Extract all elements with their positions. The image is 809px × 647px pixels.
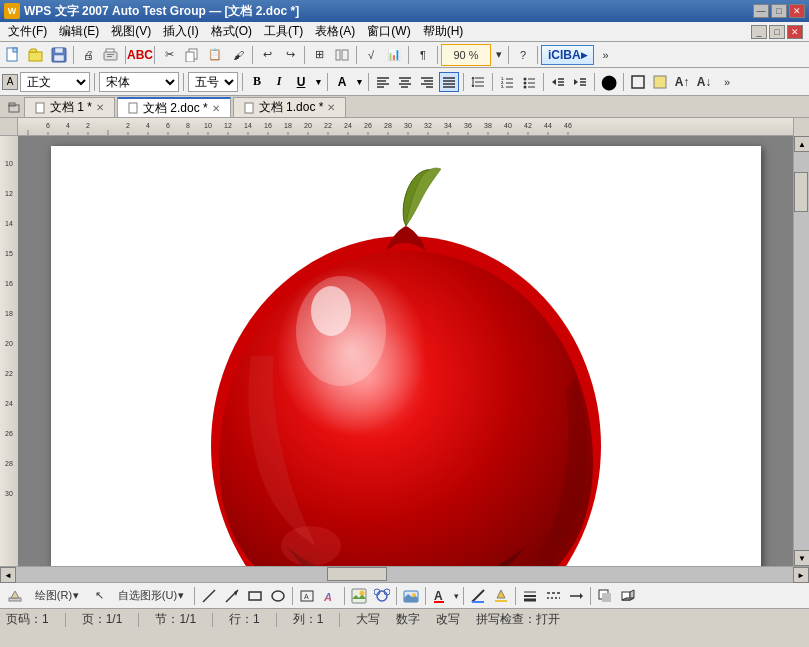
numbering-button[interactable]: 1.2.3.: [497, 72, 517, 92]
scroll-up-button[interactable]: ▲: [794, 136, 809, 152]
scroll-h-thumb[interactable]: [327, 567, 387, 581]
scroll-down-button[interactable]: ▼: [794, 550, 809, 566]
line-spacing-button[interactable]: [468, 72, 488, 92]
toolbar-more-fmt[interactable]: »: [716, 71, 738, 93]
highlight-button[interactable]: ⬤: [599, 72, 619, 92]
line-tool[interactable]: [198, 585, 220, 607]
ellipse-tool[interactable]: [267, 585, 289, 607]
font-color-draw-dropdown[interactable]: ▾: [452, 585, 460, 607]
underline-button[interactable]: U: [291, 72, 311, 92]
bold-button[interactable]: B: [247, 72, 267, 92]
open-button[interactable]: [25, 44, 47, 66]
menu-edit[interactable]: 编辑(E): [53, 21, 105, 42]
save-button[interactable]: [48, 44, 70, 66]
svg-text:26: 26: [5, 430, 13, 437]
scroll-left-button[interactable]: ◄: [0, 567, 16, 583]
undo-button[interactable]: ↩: [256, 44, 278, 66]
show-hide-button[interactable]: ¶: [412, 44, 434, 66]
fill-color-tool[interactable]: [490, 585, 512, 607]
maximize-button[interactable]: □: [771, 4, 787, 18]
scroll-right-button[interactable]: ►: [793, 567, 809, 583]
font-size-increase[interactable]: A↑: [672, 72, 692, 92]
line-style-tool[interactable]: [519, 585, 541, 607]
wordart-tool[interactable]: A: [319, 585, 341, 607]
toolbar-more[interactable]: »: [595, 44, 617, 66]
copy-button[interactable]: [181, 44, 203, 66]
print-preview-button[interactable]: [100, 44, 122, 66]
tab-doc3-close[interactable]: ✕: [327, 102, 335, 113]
tab-doc3[interactable]: 文档 1.doc * ✕: [233, 97, 347, 117]
textbox-tool[interactable]: A: [296, 585, 318, 607]
diagram-tool[interactable]: [371, 585, 393, 607]
paste-button[interactable]: 📋: [204, 44, 226, 66]
bullets-button[interactable]: [519, 72, 539, 92]
arrow-tool[interactable]: [221, 585, 243, 607]
decrease-indent-button[interactable]: [548, 72, 568, 92]
align-left-button[interactable]: [373, 72, 393, 92]
underline-dropdown[interactable]: ▾: [313, 72, 323, 92]
redo-button[interactable]: ↪: [279, 44, 301, 66]
tab-doc1-close[interactable]: ✕: [96, 102, 104, 113]
clip-art-tool[interactable]: [348, 585, 370, 607]
tab-doc2-active[interactable]: 文档 2.doc * ✕: [117, 97, 231, 117]
new-button[interactable]: [2, 44, 24, 66]
minimize-button[interactable]: —: [753, 4, 769, 18]
shadow-tool[interactable]: [594, 585, 616, 607]
table-button[interactable]: ⊞: [308, 44, 330, 66]
align-justify-button[interactable]: [439, 72, 459, 92]
format-painter-button[interactable]: 🖌: [227, 44, 249, 66]
font-color-dropdown[interactable]: ▾: [354, 72, 364, 92]
increase-indent-button[interactable]: [570, 72, 590, 92]
zoom-dropdown[interactable]: ▾: [493, 44, 505, 66]
menu-tools[interactable]: 工具(T): [258, 21, 309, 42]
app-max-button[interactable]: □: [769, 25, 785, 39]
menu-file[interactable]: 文件(F): [2, 21, 53, 42]
app-min-button[interactable]: _: [751, 25, 767, 39]
app-close-button[interactable]: ✕: [787, 25, 803, 39]
draw-dropdown[interactable]: 绘图(R)▾: [27, 585, 87, 607]
shading-button[interactable]: [650, 72, 670, 92]
rect-tool[interactable]: [244, 585, 266, 607]
menu-window[interactable]: 窗口(W): [361, 21, 416, 42]
document-area[interactable]: [18, 136, 793, 566]
font-size-decrease[interactable]: A↓: [694, 72, 714, 92]
tab-doc1-unsaved[interactable]: 文档 1 * ✕: [24, 97, 115, 117]
print-button[interactable]: 🖨: [77, 44, 99, 66]
insert-image-tool[interactable]: [400, 585, 422, 607]
3d-tool[interactable]: [617, 585, 639, 607]
style-select[interactable]: 正文: [20, 72, 90, 92]
close-button[interactable]: ✕: [789, 4, 805, 18]
formula-button[interactable]: √: [360, 44, 382, 66]
scroll-track[interactable]: [794, 152, 809, 550]
menu-view[interactable]: 视图(V): [105, 21, 157, 42]
scroll-h-track[interactable]: [16, 567, 793, 582]
status-section: 节：1/1: [155, 611, 196, 628]
zoom-input-area[interactable]: 90 %: [441, 44, 491, 66]
italic-button[interactable]: I: [269, 72, 289, 92]
font-select[interactable]: 宋体: [99, 72, 179, 92]
spell-button[interactable]: ABC: [129, 44, 151, 66]
menu-insert[interactable]: 插入(I): [157, 21, 204, 42]
iciba-button[interactable]: iCIBA▸: [541, 45, 594, 65]
new-doc-tab-button[interactable]: [4, 97, 24, 117]
menu-table[interactable]: 表格(A): [309, 21, 361, 42]
autoshape-dropdown[interactable]: 自选图形(U)▾: [111, 585, 191, 607]
align-center-button[interactable]: [395, 72, 415, 92]
menu-format[interactable]: 格式(O): [205, 21, 258, 42]
menu-help[interactable]: 帮助(H): [417, 21, 470, 42]
size-select[interactable]: 五号: [188, 72, 238, 92]
columns-button[interactable]: [331, 44, 353, 66]
tab-doc2-close[interactable]: ✕: [212, 103, 220, 114]
help-button[interactable]: ?: [512, 44, 534, 66]
align-right-button[interactable]: [417, 72, 437, 92]
font-color-button[interactable]: A: [332, 72, 352, 92]
line-color-tool[interactable]: [467, 585, 489, 607]
cursor-button[interactable]: ↖: [88, 585, 110, 607]
scroll-thumb[interactable]: [794, 172, 808, 212]
font-color-draw[interactable]: A: [429, 585, 451, 607]
dash-style-tool[interactable]: [542, 585, 564, 607]
chart-button[interactable]: 📊: [383, 44, 405, 66]
cut-button[interactable]: ✂: [158, 44, 180, 66]
arrow-style-tool[interactable]: [565, 585, 587, 607]
border-button[interactable]: [628, 72, 648, 92]
